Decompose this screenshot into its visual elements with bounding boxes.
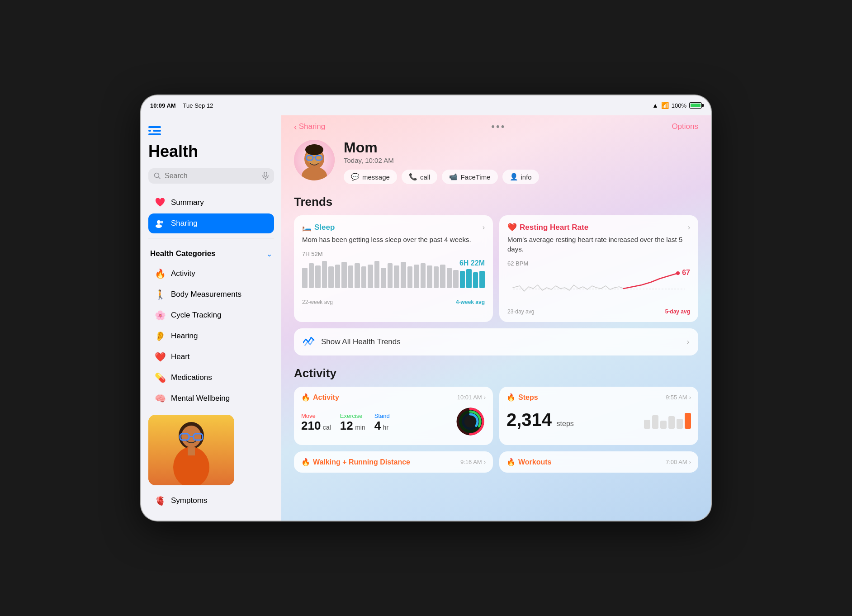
steps-card-body: 2,314 steps [506,406,691,429]
sidebar-item-sharing[interactable]: Sharing [148,213,274,233]
sleep-bar-2 [315,265,321,288]
show-all-trends-button[interactable]: Show All Health Trends › [294,328,698,355]
sleep-title: 🛏️ Sleep [302,223,335,232]
stand-value: 4 [374,419,381,432]
user-photo-placeholder [148,415,234,485]
call-button[interactable]: 📞 call [402,170,438,184]
heart-icon-trend: ❤️ [507,223,517,232]
sleep-bar-12 [381,268,386,288]
svg-rect-18 [188,447,195,455]
battery-icon [689,102,702,109]
hearing-icon: 👂 [155,331,166,341]
sleep-bar-25 [466,269,472,288]
exercise-stat: Exercise 12 min [340,412,365,432]
sidebar-item-summary[interactable]: Summary [148,193,274,213]
search-input[interactable] [165,172,259,180]
activity-card[interactable]: 🔥 Activity 10:01 AM › Move [294,387,493,445]
svg-point-28 [676,271,680,275]
dots-indicator: ••• [491,121,506,133]
symptoms-label: Symptoms [171,496,207,505]
heart-icon [155,197,166,208]
search-icon [154,172,161,180]
exercise-value: 12 [340,419,353,432]
sidebar-item-heart[interactable]: ❤️ Heart [148,347,274,367]
sleep-description: Mom has been getting less sleep over the… [302,235,485,244]
health-categories-header[interactable]: Health Categories ⌄ [148,246,274,262]
user-photo [148,415,234,485]
info-button[interactable]: 👤 info [502,170,539,184]
move-value: 210 [301,419,321,432]
heart-rate-description: Mom's average resting heart rate increas… [507,235,690,254]
heart-rate-chart: 67 [507,269,690,305]
svg-rect-1 [153,130,161,132]
exercise-label: Exercise [340,412,365,419]
workouts-time: 7:00 AM [666,459,687,465]
sharing-label: Sharing [171,219,198,228]
steps-unit: steps [557,420,574,427]
heart-rate-right-footer: 5-day avg [665,308,690,315]
sleep-bar-27 [479,271,485,288]
hearing-label: Hearing [171,332,198,341]
body-measurements-label: Body Measurements [171,290,241,299]
sleep-bar-15 [401,262,406,288]
sleep-bar-0 [302,268,308,288]
trends-row: 🛏️ Sleep › Mom has been getting less sle… [294,215,698,322]
sleep-bar-20 [434,266,439,288]
status-bar: 10:09 AM Tue Sep 12 ▲ 📶 100% [141,95,711,115]
options-button[interactable]: Options [672,122,698,131]
sleep-right-footer: 4-week avg [456,299,485,305]
back-button[interactable]: ‹ Sharing [294,122,325,132]
sleep-bar-9 [361,266,367,288]
symptoms-icon: 🫀 [155,495,166,506]
search-bar[interactable] [148,168,274,184]
sleep-trend-card[interactable]: 🛏️ Sleep › Mom has been getting less sle… [294,215,493,322]
battery-percent: 100% [672,102,686,109]
show-all-label: Show All Health Trends [321,337,681,346]
svg-point-10 [156,224,162,228]
activity-icon: 🔥 [155,268,166,279]
sleep-bar-18 [421,263,426,288]
sidebar-item-hearing[interactable]: 👂 Hearing [148,326,274,346]
message-icon: 💬 [351,173,360,181]
sidebar-item-medications[interactable]: 💊 Medications [148,368,274,388]
steps-card[interactable]: 🔥 Steps 9:55 AM › 2,314 steps [499,387,698,445]
activity-card-chevron-icon: › [484,394,486,401]
activity-grid: 🔥 Activity 10:01 AM › Move [294,387,698,473]
message-button[interactable]: 💬 message [344,170,397,184]
sleep-bar-7 [348,265,354,288]
mental-wellbeing-label: Mental Wellbeing [171,394,230,403]
sharing-icon [155,218,166,229]
sidebar-item-mental-wellbeing[interactable]: 🧠 Mental Wellbeing [148,389,274,408]
facetime-label: FaceTime [460,173,490,181]
profile-info: Mom Today, 10:02 AM 💬 message 📞 call 📹 [344,140,698,184]
walking-chevron-icon: › [484,459,486,465]
facetime-button[interactable]: 📹 FaceTime [442,170,497,184]
activity-card-title: 🔥 Activity [301,393,339,402]
chevron-down-icon: ⌄ [266,250,272,258]
walking-running-card[interactable]: 🔥 Walking + Running Distance 9:16 AM › [294,451,493,473]
workouts-card[interactable]: 🔥 Workouts 7:00 AM › [499,451,698,473]
svg-rect-2 [148,130,151,132]
sidebar-item-symptoms[interactable]: 🫀 Symptoms [148,491,274,511]
walking-running-title: 🔥 Walking + Running Distance [301,458,410,466]
sidebar-item-body-measurements[interactable]: 🚶 Body Measurements [148,284,274,304]
medications-label: Medications [171,373,212,382]
activity-section-title: Activity [294,366,698,380]
action-buttons: 💬 message 📞 call 📹 FaceTime 👤 [344,170,698,184]
sidebar-item-cycle-tracking[interactable]: 🌸 Cycle Tracking [148,305,274,325]
steps-chevron-icon: › [689,394,691,401]
trends-icon [303,336,315,348]
sidebar-toggle-button[interactable] [148,124,165,137]
sidebar: Health [141,115,281,521]
activity-ring [455,406,486,439]
sidebar-item-activity[interactable]: 🔥 Activity [148,264,274,284]
heart-category-icon: ❤️ [155,351,166,362]
sleep-bar-6 [341,262,347,288]
svg-point-9 [161,221,163,223]
profile-avatar [294,140,335,180]
heart-rate-card-header: ❤️ Resting Heart Rate › [507,223,690,232]
heart-rate-trend-card[interactable]: ❤️ Resting Heart Rate › Mom's average re… [499,215,698,322]
profile-name: Mom [344,140,698,156]
sleep-bar-8 [355,263,360,288]
sleep-bar-23 [453,270,459,288]
